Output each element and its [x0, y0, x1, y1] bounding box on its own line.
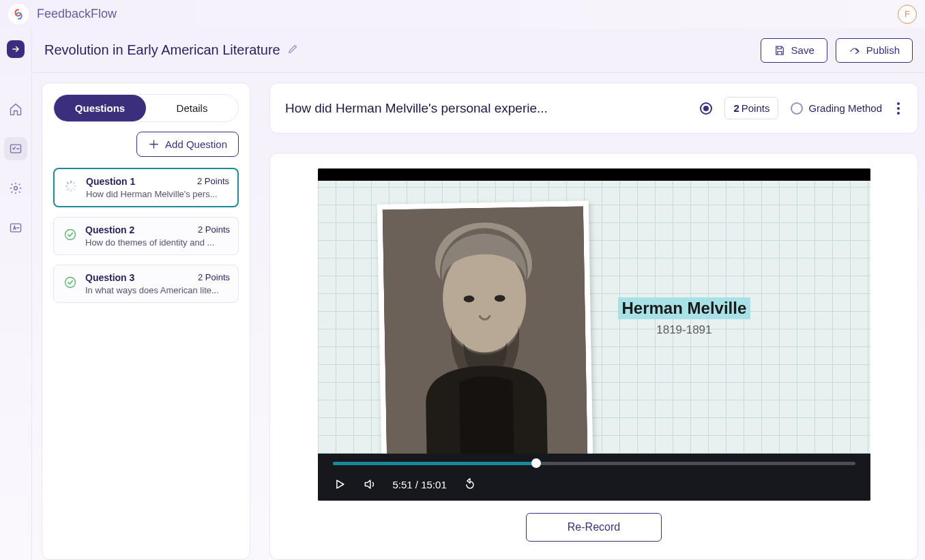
video-progress-thumb[interactable] [531, 458, 541, 468]
top-header: FeedbackFlow F [0, 0, 925, 28]
add-question-button[interactable]: Add Question [136, 132, 239, 157]
main-column: How did Herman Melville's personal exper… [269, 83, 918, 560]
nav-grades[interactable] [4, 216, 27, 239]
current-question-text: How did Herman Melville's personal exper… [285, 101, 688, 116]
save-button-label: Save [791, 44, 814, 56]
svg-line-7 [68, 183, 69, 184]
left-nav-rail [0, 28, 32, 560]
grading-method-radio[interactable] [791, 102, 803, 115]
content-area: Questions Details Add Question [32, 73, 925, 560]
title-bar: Revolution in Early American Literature … [32, 28, 925, 73]
app-name: FeedbackFlow [37, 7, 117, 21]
svg-line-8 [74, 189, 75, 190]
app-logo[interactable] [8, 4, 29, 25]
question-points: 2 Points [198, 272, 230, 283]
publish-button-label: Publish [866, 44, 900, 56]
replay-button[interactable] [463, 477, 477, 491]
question-preview: How do themes of identity and ... [85, 237, 230, 248]
question-title: Question 1 [86, 176, 135, 187]
question-card[interactable]: Question 2 2 Points How do themes of ide… [53, 217, 239, 255]
grading-method-option[interactable]: Grading Method [791, 102, 882, 115]
check-icon [62, 226, 78, 243]
portrait-image [377, 201, 593, 463]
tab-questions[interactable]: Questions [54, 95, 146, 121]
add-question-label: Add Question [165, 138, 227, 150]
loading-icon [63, 178, 79, 194]
volume-icon [363, 477, 377, 491]
question-title: Question 2 [85, 224, 134, 235]
video-subject-years: 1819-1891 [618, 323, 751, 337]
svg-point-12 [65, 278, 76, 288]
question-card[interactable]: Question 3 2 Points In what ways does Am… [53, 265, 239, 303]
play-icon [333, 477, 347, 491]
nav-assignments[interactable] [4, 137, 27, 160]
check-icon [62, 274, 78, 291]
svg-point-1 [14, 187, 18, 190]
assignment-icon [9, 142, 23, 156]
edit-title-button[interactable] [287, 43, 299, 57]
grade-icon [9, 221, 23, 235]
video-card: Herman Melville 1819-1891 [269, 153, 918, 560]
logo-swirl-icon [12, 8, 25, 20]
volume-button[interactable] [363, 477, 377, 491]
question-header-card: How did Herman Melville's personal exper… [269, 83, 918, 134]
plus-icon [148, 138, 160, 150]
svg-line-10 [74, 183, 75, 184]
re-record-button[interactable]: Re-Record [526, 513, 662, 542]
svg-point-11 [65, 230, 76, 240]
question-title: Question 3 [85, 272, 134, 283]
question-preview: In what ways does American lite... [85, 285, 230, 295]
question-menu-button[interactable] [894, 100, 902, 117]
panel-tabs: Questions Details [53, 94, 239, 122]
page-title: Revolution in Early American Literature [44, 42, 280, 58]
user-avatar[interactable]: F [898, 5, 917, 24]
question-points: 2 Points [198, 224, 230, 235]
svg-line-9 [68, 189, 69, 190]
pencil-icon [287, 43, 299, 55]
gear-icon [9, 181, 23, 195]
video-controls: 5:51 / 15:01 [318, 454, 870, 501]
question-preview: How did Herman Melville's pers... [86, 189, 229, 199]
video-player: Herman Melville 1819-1891 [318, 168, 870, 501]
video-stage: Herman Melville 1819-1891 [318, 181, 870, 454]
video-subject-name: Herman Melville [618, 297, 751, 319]
save-icon [774, 44, 786, 57]
points-badge[interactable]: 2Points [724, 97, 778, 119]
question-card[interactable]: Question 1 2 Points How did Herman Melvi… [53, 168, 239, 207]
question-points: 2 Points [197, 176, 229, 187]
home-icon [9, 102, 23, 116]
points-unit: Points [742, 102, 770, 114]
replay-icon [463, 477, 477, 491]
video-progress-track[interactable] [333, 462, 855, 465]
video-caption: Herman Melville 1819-1891 [618, 297, 751, 337]
nav-settings[interactable] [4, 177, 27, 200]
nav-home[interactable] [4, 98, 27, 121]
publish-icon [849, 44, 861, 57]
video-time: 5:51 / 15:01 [393, 479, 447, 490]
save-button[interactable]: Save [761, 38, 827, 63]
arrow-right-icon [11, 44, 20, 54]
questions-panel: Questions Details Add Question [42, 83, 250, 560]
tab-details[interactable]: Details [146, 95, 238, 121]
points-radio[interactable] [700, 102, 712, 115]
play-button[interactable] [333, 477, 347, 491]
collapse-rail-button[interactable] [7, 40, 25, 58]
points-value: 2 [733, 102, 739, 114]
grading-method-label: Grading Method [808, 102, 882, 114]
publish-button[interactable]: Publish [836, 38, 913, 63]
